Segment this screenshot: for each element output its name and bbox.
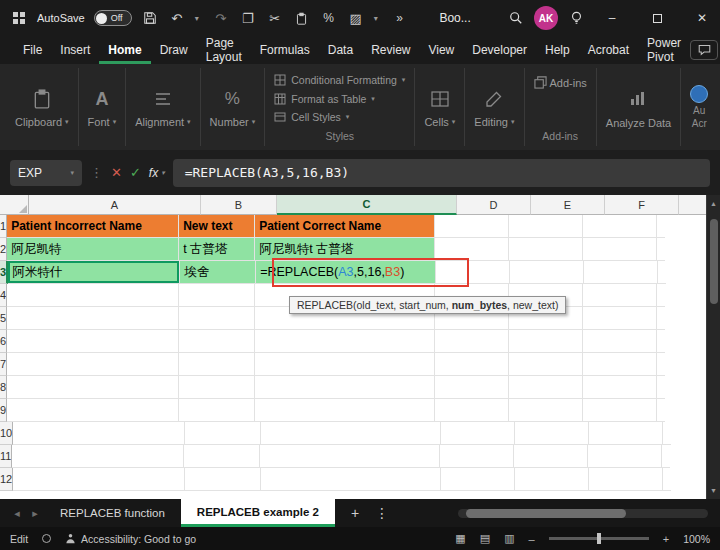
sheet-menu-icon[interactable]: ⋮ xyxy=(375,505,389,521)
menu-item-review[interactable]: Review xyxy=(362,36,419,64)
empty-cell[interactable] xyxy=(440,445,514,468)
empty-cell[interactable] xyxy=(435,376,509,399)
empty-cell[interactable] xyxy=(435,399,509,422)
zoom-slider[interactable] xyxy=(549,537,649,540)
insert-function-button[interactable]: fx ▾ xyxy=(149,166,165,180)
menu-item-view[interactable]: View xyxy=(419,36,463,64)
cell-D1[interactable] xyxy=(435,215,509,238)
addins-button[interactable]: Add-ins xyxy=(534,76,587,89)
row-header[interactable]: 8 xyxy=(0,376,7,399)
quick-access-dropdown-icon[interactable]: ▾ xyxy=(374,14,382,23)
row-header[interactable]: 4 xyxy=(0,284,7,307)
empty-cell[interactable] xyxy=(255,330,435,353)
empty-cell[interactable] xyxy=(179,376,255,399)
autosave-toggle[interactable]: Off xyxy=(94,10,132,26)
empty-cell[interactable] xyxy=(255,376,435,399)
menu-item-power-pivot[interactable]: Power Pivot xyxy=(638,36,690,64)
empty-cell[interactable] xyxy=(588,445,662,468)
normal-view-icon[interactable]: ▦ xyxy=(455,532,465,545)
empty-cell[interactable] xyxy=(185,468,261,491)
ribbon-group-clipboard[interactable]: Clipboard▾ xyxy=(6,68,79,146)
row-header[interactable]: 10 xyxy=(0,422,13,445)
column-header-a[interactable]: A xyxy=(29,195,201,215)
empty-cell[interactable] xyxy=(255,353,435,376)
sheet-nav-left-icon[interactable]: ◂ xyxy=(8,507,26,520)
row-header[interactable]: 3 xyxy=(0,261,8,284)
row-header[interactable]: 2 xyxy=(0,238,7,261)
empty-cell[interactable] xyxy=(441,422,515,445)
row-header[interactable]: 1 xyxy=(0,215,7,238)
empty-cell[interactable] xyxy=(435,353,509,376)
empty-cell[interactable] xyxy=(7,284,179,307)
empty-cell[interactable] xyxy=(657,399,665,422)
ribbon-group-number[interactable]: % Number▾ xyxy=(201,68,266,146)
empty-cell[interactable] xyxy=(662,445,670,468)
cell-E3[interactable] xyxy=(510,261,584,284)
comments-button[interactable] xyxy=(690,40,718,60)
scroll-up-icon[interactable]: ▲ xyxy=(707,200,720,207)
menu-item-help[interactable]: Help xyxy=(536,36,579,64)
empty-cell[interactable] xyxy=(184,445,260,468)
cell-filler[interactable] xyxy=(658,261,666,284)
empty-cell[interactable] xyxy=(657,307,665,330)
enter-entry-button[interactable]: ✓ xyxy=(130,165,141,180)
empty-cell[interactable] xyxy=(657,330,665,353)
accessibility-status[interactable]: Accessibility: Good to go xyxy=(65,533,196,545)
minimize-button[interactable]: – xyxy=(594,0,630,36)
menu-item-file[interactable]: File xyxy=(14,36,51,64)
row-header[interactable]: 6 xyxy=(0,330,7,353)
zoom-level[interactable]: 100% xyxy=(683,533,710,545)
sheet-nav-right-icon[interactable]: ▸ xyxy=(26,507,44,520)
ribbon-group-alignment[interactable]: Alignment▾ xyxy=(126,68,200,146)
cell-B3[interactable]: 埃舍 xyxy=(180,261,256,284)
empty-cell[interactable] xyxy=(7,330,179,353)
ribbon-group-analyze[interactable]: Analyze Data xyxy=(597,68,681,146)
cell-C2[interactable]: 阿尼凯特t 古普塔 xyxy=(255,238,435,261)
empty-cell[interactable] xyxy=(583,353,657,376)
cell-C3-formula[interactable]: =REPLACEB(A3,5,16,B3) xyxy=(256,261,436,284)
sheet-tab-replaceb-function[interactable]: REPLACEB function xyxy=(44,499,181,527)
cell-C1[interactable]: Patient Correct Name xyxy=(255,215,435,238)
empty-cell[interactable] xyxy=(589,422,663,445)
cell-D2[interactable] xyxy=(435,238,509,261)
column-header-f[interactable]: F xyxy=(605,195,679,215)
search-icon[interactable] xyxy=(507,9,525,27)
cell-F3[interactable] xyxy=(584,261,658,284)
empty-cell[interactable] xyxy=(663,468,671,491)
menu-item-page-layout[interactable]: Page Layout xyxy=(197,36,251,64)
menu-item-developer[interactable]: Developer xyxy=(463,36,536,64)
empty-cell[interactable] xyxy=(261,422,441,445)
row-header[interactable]: 12 xyxy=(0,468,13,491)
ribbon-group-partial[interactable]: Au Acr xyxy=(681,68,717,146)
app-launcher-icon[interactable] xyxy=(10,9,28,27)
menu-item-home[interactable]: Home xyxy=(99,36,150,64)
empty-cell[interactable] xyxy=(260,445,440,468)
empty-cell[interactable] xyxy=(583,376,657,399)
cell-F2[interactable] xyxy=(583,238,657,261)
empty-cell[interactable] xyxy=(179,284,255,307)
empty-cell[interactable] xyxy=(441,468,515,491)
ribbon-group-editing[interactable]: Editing▾ xyxy=(465,68,524,146)
cell-filler[interactable] xyxy=(657,215,665,238)
empty-cell[interactable] xyxy=(657,284,665,307)
column-header-d[interactable]: D xyxy=(457,195,531,215)
lightbulb-icon[interactable] xyxy=(567,9,585,27)
cell-E2[interactable] xyxy=(509,238,583,261)
empty-cell[interactable] xyxy=(261,468,441,491)
more-commands-icon[interactable]: » xyxy=(391,9,409,27)
ribbon-group-cells[interactable]: Cells▾ xyxy=(415,68,465,146)
cell-A3[interactable]: 阿米特什 xyxy=(8,261,180,284)
ribbon-group-font[interactable]: A Font▾ xyxy=(79,68,127,146)
empty-cell[interactable] xyxy=(589,468,663,491)
paste-icon[interactable] xyxy=(293,9,311,27)
empty-cell[interactable] xyxy=(509,330,583,353)
column-header-c[interactable]: C xyxy=(277,195,457,215)
vertical-scrollbar[interactable]: ▲ ▼ xyxy=(706,195,720,499)
empty-cell[interactable] xyxy=(583,330,657,353)
empty-cell[interactable] xyxy=(515,468,589,491)
menu-item-acrobat[interactable]: Acrobat xyxy=(579,36,638,64)
select-all-corner[interactable] xyxy=(0,195,29,215)
empty-cell[interactable] xyxy=(179,307,255,330)
empty-cell[interactable] xyxy=(7,353,179,376)
format-painter-icon[interactable]: ▨ xyxy=(347,9,365,27)
